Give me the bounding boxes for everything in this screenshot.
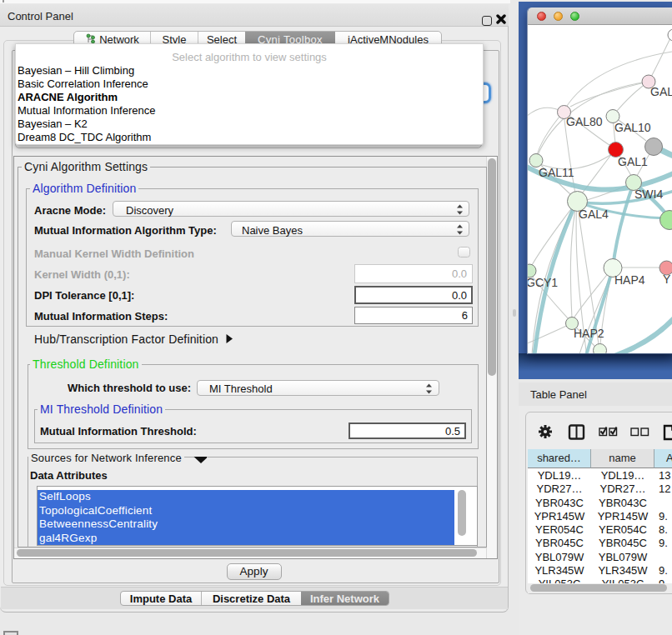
svg-text:GAL11: GAL11: [539, 166, 574, 179]
svg-text:GCY1: GCY1: [528, 276, 558, 289]
svg-text:Y: Y: [663, 272, 671, 286]
svg-text:GAL10: GAL10: [614, 121, 651, 134]
svg-text:SWI4: SWI4: [634, 188, 663, 201]
svg-text:GAL2: GAL2: [650, 85, 672, 98]
svg-text:GAL80: GAL80: [566, 115, 603, 128]
svg-text:HAP2: HAP2: [574, 327, 604, 340]
svg-text:GAL1: GAL1: [618, 155, 648, 168]
svg-text:GAL4: GAL4: [579, 208, 609, 221]
svg-text:HAP4: HAP4: [614, 273, 645, 287]
